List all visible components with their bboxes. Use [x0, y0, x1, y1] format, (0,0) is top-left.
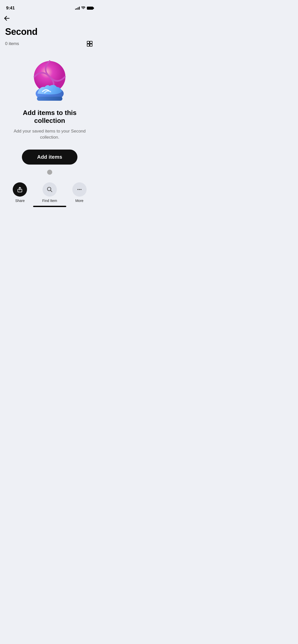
bottom-nav-inner: Share Find Item More	[0, 182, 99, 203]
nav-item-share[interactable]: Share	[10, 182, 30, 203]
page-title: Second	[5, 26, 94, 37]
wifi-icon	[81, 6, 85, 10]
svg-point-9	[77, 189, 78, 190]
home-indicator	[33, 206, 66, 207]
back-arrow-icon	[4, 16, 10, 22]
status-bar: 9:41	[0, 0, 99, 13]
svg-rect-6	[37, 97, 62, 101]
bottom-nav: Share Find Item More	[0, 178, 99, 215]
items-count: 0 items	[5, 41, 19, 46]
share-label: Share	[15, 199, 25, 203]
signal-icon	[75, 7, 80, 10]
share-icon	[17, 186, 23, 193]
empty-state-title: Add items to this collection	[8, 109, 92, 125]
more-label: More	[75, 199, 84, 203]
empty-state-subtitle: Add your saved items to your Second coll…	[8, 128, 92, 140]
status-time: 9:41	[6, 6, 15, 11]
nav-item-more[interactable]: More	[69, 182, 90, 203]
page-header: Second	[0, 24, 99, 38]
battery-icon	[87, 7, 93, 10]
nav-item-find-item[interactable]: Find Item	[39, 182, 60, 203]
back-button[interactable]	[0, 13, 99, 24]
svg-rect-2	[87, 44, 89, 46]
svg-rect-3	[90, 44, 92, 46]
main-content: Add items to this collection Add your sa…	[0, 48, 99, 180]
status-icons	[75, 6, 93, 10]
more-icon	[76, 186, 83, 193]
more-icon-circle	[72, 182, 87, 197]
find-item-icon-circle	[43, 182, 57, 197]
scroll-indicator	[47, 170, 52, 175]
find-item-label: Find Item	[42, 199, 57, 203]
empty-state-illustration	[27, 58, 73, 102]
grid-icon	[87, 41, 93, 47]
svg-point-11	[80, 189, 82, 190]
grid-view-button[interactable]	[85, 39, 94, 48]
items-count-row: 0 items	[0, 38, 99, 48]
svg-point-10	[79, 189, 80, 190]
svg-rect-1	[90, 41, 92, 43]
search-icon	[46, 186, 53, 193]
share-icon-circle	[13, 182, 27, 197]
svg-rect-0	[87, 41, 89, 43]
add-items-button[interactable]: Add items	[22, 150, 77, 165]
